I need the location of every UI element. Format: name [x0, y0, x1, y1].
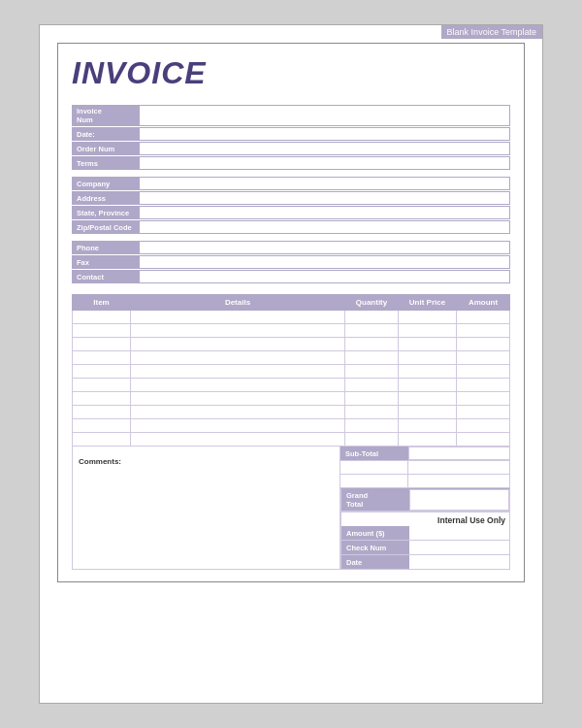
info-row-terms: Terms: [72, 156, 510, 170]
table-row: [73, 379, 510, 392]
zip-value[interactable]: [140, 220, 510, 234]
table-cell[interactable]: [131, 419, 345, 433]
table-cell[interactable]: [345, 311, 399, 324]
payment-row-amount: Amount ($): [341, 526, 509, 541]
table-cell[interactable]: [73, 419, 131, 433]
contact-value[interactable]: [140, 270, 510, 283]
table-cell[interactable]: [457, 406, 510, 419]
table-cell[interactable]: [73, 365, 131, 379]
amount-value[interactable]: [409, 526, 509, 540]
date-value[interactable]: [140, 127, 510, 141]
table-cell[interactable]: [457, 311, 510, 324]
table-cell[interactable]: [399, 338, 457, 351]
table-cell[interactable]: [345, 419, 399, 433]
info-row-fax: Fax: [72, 255, 510, 269]
comments-section: Comments:: [72, 447, 340, 570]
invoice-info-block: InvoiceNum Date: Order Num Terms: [72, 105, 510, 171]
terms-value[interactable]: [140, 156, 510, 170]
adjustment-row-2: [340, 475, 510, 488]
grand-total-label: GrandTotal: [341, 489, 409, 511]
table-row: [73, 351, 510, 365]
adj1-value[interactable]: [408, 461, 510, 474]
table-row: [73, 406, 510, 419]
adj2-label: [340, 475, 408, 487]
template-label: Blank Invoice Template: [441, 25, 542, 39]
table-cell[interactable]: [131, 351, 345, 365]
grand-total-row: GrandTotal: [340, 488, 510, 512]
table-cell[interactable]: [345, 406, 399, 419]
table-cell[interactable]: [131, 338, 345, 351]
table-cell[interactable]: [73, 311, 131, 324]
table-cell[interactable]: [457, 392, 510, 406]
state-value[interactable]: [140, 206, 510, 219]
table-cell[interactable]: [73, 379, 131, 392]
table-cell[interactable]: [399, 379, 457, 392]
table-cell[interactable]: [345, 351, 399, 365]
table-cell[interactable]: [457, 338, 510, 351]
col-header-amount: Amount: [457, 295, 510, 311]
table-cell[interactable]: [73, 433, 131, 447]
table-cell[interactable]: [399, 406, 457, 419]
sub-total-label: Sub-Total: [340, 447, 408, 460]
company-label: Company: [72, 177, 140, 190]
table-cell[interactable]: [457, 351, 510, 365]
order-num-value[interactable]: [140, 142, 510, 155]
table-cell[interactable]: [131, 324, 345, 338]
table-cell[interactable]: [131, 365, 345, 379]
payment-date-value[interactable]: [409, 555, 509, 569]
table-cell[interactable]: [345, 324, 399, 338]
payment-row-check: Check Num: [341, 541, 509, 555]
adjustment-row-1: [340, 461, 510, 475]
zip-label: Zip/Postal Code: [72, 220, 140, 234]
table-cell[interactable]: [399, 365, 457, 379]
table-cell[interactable]: [73, 406, 131, 419]
table-cell[interactable]: [345, 433, 399, 447]
table-cell[interactable]: [399, 324, 457, 338]
phone-value[interactable]: [140, 241, 510, 254]
table-row: [73, 311, 510, 324]
table-cell[interactable]: [457, 324, 510, 338]
table-cell[interactable]: [345, 338, 399, 351]
company-value[interactable]: [140, 177, 510, 190]
adj1-label: [340, 461, 408, 474]
table-cell[interactable]: [345, 392, 399, 406]
info-row-address: Address: [72, 191, 510, 205]
table-cell[interactable]: [131, 379, 345, 392]
table-cell[interactable]: [457, 433, 510, 447]
table-cell[interactable]: [73, 351, 131, 365]
table-cell[interactable]: [73, 324, 131, 338]
col-header-unit-price: Unit Price: [399, 295, 457, 311]
table-cell[interactable]: [131, 311, 345, 324]
table-cell[interactable]: [345, 365, 399, 379]
invoice-title: INVOICE: [72, 55, 510, 91]
table-cell[interactable]: [399, 419, 457, 433]
state-label: State, Province: [72, 206, 140, 219]
table-row: [73, 433, 510, 447]
phone-label: Phone: [72, 241, 140, 254]
grand-total-value[interactable]: [409, 489, 509, 511]
fax-value[interactable]: [140, 255, 510, 269]
invoice-num-value[interactable]: [140, 105, 510, 126]
table-cell[interactable]: [73, 338, 131, 351]
table-cell[interactable]: [399, 392, 457, 406]
address-value[interactable]: [140, 191, 510, 205]
adj2-value[interactable]: [408, 475, 510, 487]
amount-label: Amount ($): [341, 526, 409, 540]
table-cell[interactable]: [457, 365, 510, 379]
table-cell[interactable]: [345, 379, 399, 392]
invoice-outer-border: INVOICE InvoiceNum Date: Order Num Terms: [57, 43, 525, 582]
table-cell[interactable]: [457, 379, 510, 392]
table-cell[interactable]: [399, 433, 457, 447]
table-cell[interactable]: [131, 392, 345, 406]
table-cell[interactable]: [399, 351, 457, 365]
bottom-section: Comments: Sub-Total G: [72, 447, 510, 570]
table-cell[interactable]: [131, 406, 345, 419]
table-cell[interactable]: [131, 433, 345, 447]
table-cell[interactable]: [399, 311, 457, 324]
date-label: Date:: [72, 127, 140, 141]
table-cell[interactable]: [457, 419, 510, 433]
sub-total-value[interactable]: [408, 447, 510, 460]
table-cell[interactable]: [73, 392, 131, 406]
info-row-state: State, Province: [72, 206, 510, 219]
check-num-value[interactable]: [409, 541, 509, 554]
